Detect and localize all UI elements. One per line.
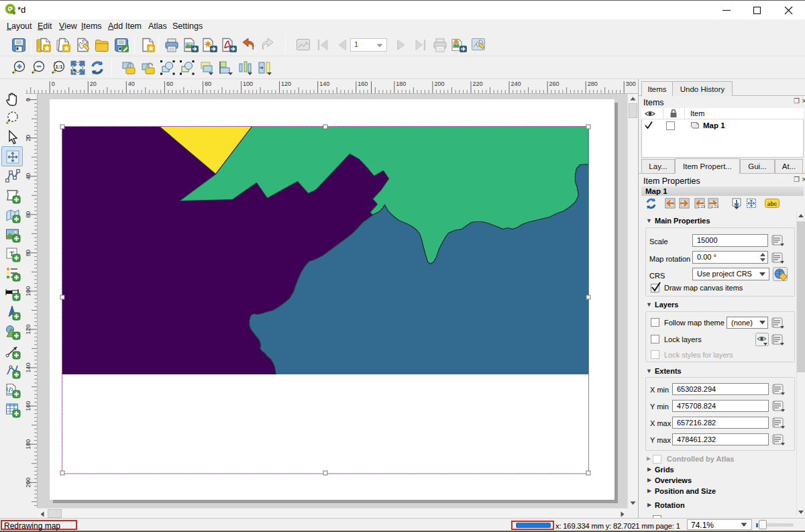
svg-text:20: 20	[25, 135, 32, 142]
svg-text:260: 260	[549, 81, 559, 87]
svg-text:abc: abc	[767, 201, 777, 207]
svg-text:40: 40	[128, 81, 135, 87]
svg-text:0: 0	[52, 81, 55, 87]
svg-text:80: 80	[205, 81, 211, 87]
svg-text:140: 140	[25, 363, 32, 373]
svg-text:280: 280	[588, 81, 598, 87]
svg-text:200: 200	[25, 478, 32, 488]
svg-text:160: 160	[25, 401, 32, 411]
svg-text:60: 60	[25, 211, 32, 218]
svg-text:160: 160	[358, 81, 368, 87]
svg-text:180: 180	[25, 439, 32, 449]
svg-text:1:23: 1:23	[698, 205, 705, 209]
svg-text:180: 180	[396, 81, 406, 87]
svg-text:1:23: 1:23	[711, 205, 718, 209]
svg-text:220: 220	[473, 81, 483, 87]
svg-text:100: 100	[243, 81, 253, 87]
svg-text:200: 200	[434, 81, 444, 87]
svg-text:100: 100	[25, 286, 32, 296]
svg-text:240: 240	[511, 81, 521, 87]
svg-text:1:1: 1:1	[56, 64, 63, 70]
svg-text:20: 20	[90, 81, 97, 87]
svg-text:140: 140	[319, 81, 329, 87]
svg-text:120: 120	[25, 324, 32, 334]
svg-text:40: 40	[25, 173, 32, 180]
svg-text:120: 120	[281, 81, 291, 87]
svg-text:80: 80	[25, 250, 32, 256]
svg-text:300: 300	[626, 81, 636, 87]
svg-text:0: 0	[25, 98, 32, 101]
svg-text:60: 60	[166, 81, 173, 87]
